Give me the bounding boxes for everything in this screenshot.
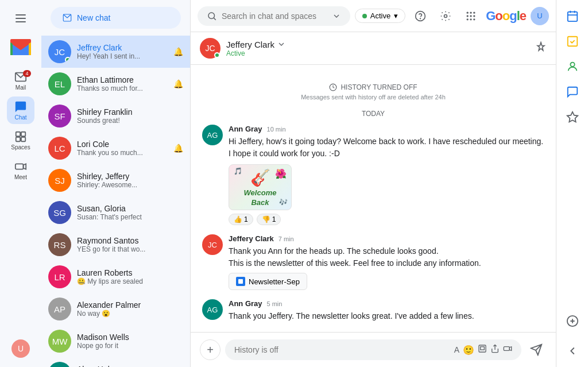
chat-list-item[interactable]: JC Jeffrey Clark Hey! Yeah I sent in... … — [41, 36, 190, 68]
nav-mail[interactable]: 4 Mail — [7, 67, 34, 94]
name-dropdown-icon[interactable] — [277, 40, 286, 49]
chat-name: Lauren Roberts — [77, 268, 183, 277]
chat-avatar: LR — [48, 265, 71, 288]
attachment-name: Newsletter-Sep — [249, 277, 300, 286]
chat-list-item[interactable]: MW Madison Wells Nope go for it — [41, 325, 190, 357]
svg-point-24 — [473, 18, 475, 20]
svg-rect-28 — [481, 347, 485, 350]
chat-header-status-dot — [214, 52, 220, 58]
online-dot — [362, 14, 367, 18]
mail-badge: 4 — [23, 70, 31, 77]
attach-icon[interactable] — [478, 344, 487, 356]
gmail-nav: 4 Mail Chat Spaces Meet U — [0, 0, 41, 367]
search-icon — [207, 11, 217, 21]
active-status-pill[interactable]: Active ▾ — [355, 9, 405, 23]
new-chat-button[interactable]: New chat — [51, 7, 181, 29]
chat-header: JC Jeffery Clark Active — [191, 32, 556, 65]
chat-list-item[interactable]: RS Raymond Santos YES go for it that wo.… — [41, 229, 190, 261]
chat-list-item[interactable]: AH Alan, Helen Helen: Sure! — [41, 357, 190, 367]
chat-name: Ethan Lattimore — [77, 75, 168, 84]
svg-rect-27 — [479, 345, 486, 352]
right-chat-icon[interactable] — [561, 80, 584, 103]
svg-point-17 — [470, 11, 471, 13]
chat-list-item[interactable]: LR Lauren Roberts 🤐 My lips are sealed — [41, 261, 190, 293]
chat-info: Jeffrey Clark Hey! Yeah I sent in... — [77, 43, 168, 60]
nav-chat[interactable]: Chat — [7, 96, 34, 124]
nav-meet[interactable]: Meet — [7, 156, 34, 184]
nav-meet-label: Meet — [14, 174, 27, 180]
history-label: HISTORY TURNED OFF — [341, 83, 417, 91]
right-add-icon[interactable] — [561, 310, 584, 333]
video-icon[interactable] — [503, 344, 512, 356]
chat-name: Shirley, Jeffery — [77, 172, 183, 181]
main-chat: Active ▾ Google U — [191, 0, 556, 367]
pin-icon[interactable] — [535, 41, 547, 55]
chat-name: Susan, Gloria — [77, 204, 183, 213]
msg-avatar-ann-gray: AG — [202, 125, 223, 145]
help-button[interactable] — [410, 6, 431, 26]
chat-list-item[interactable]: SG Susan, Gloria Susan: That's perfect — [41, 196, 190, 229]
user-avatar-nav[interactable]: U — [11, 339, 30, 358]
right-collapse-icon[interactable] — [561, 339, 584, 362]
svg-rect-29 — [504, 347, 509, 351]
chat-preview: Nope go for it — [77, 342, 183, 350]
top-bar: Active ▾ Google U — [191, 0, 556, 32]
msg-sender: Ann Gray — [229, 125, 262, 133]
emoji-icon[interactable]: 🙂 — [463, 345, 474, 356]
chat-avatar: JC — [48, 40, 71, 63]
right-calendar-icon[interactable] — [561, 5, 584, 28]
date-divider: TODAY — [202, 110, 544, 118]
right-tasks-icon[interactable] — [561, 30, 584, 53]
chat-header-name[interactable]: Jeffery Clark — [226, 40, 529, 49]
chat-avatar: SJ — [48, 169, 71, 192]
chat-list-item[interactable]: EL Ethan Lattimore Thanks so much for...… — [41, 68, 190, 100]
attachment-newsletter[interactable]: Newsletter-Sep — [229, 273, 307, 290]
nav-mail-label: Mail — [16, 84, 26, 91]
share-icon[interactable] — [490, 344, 500, 356]
right-star-icon[interactable] — [561, 106, 584, 129]
msg-sender: Ann Gray — [229, 299, 262, 308]
search-input[interactable] — [222, 11, 327, 21]
format-text-icon[interactable]: A — [454, 345, 459, 354]
search-bar[interactable] — [198, 6, 350, 26]
chat-avatar: EL — [48, 72, 71, 95]
reactions: 👍 1 👎 1 — [229, 214, 544, 225]
input-field[interactable]: A 🙂 — [225, 339, 521, 360]
chat-list-item[interactable]: SJ Shirley, Jeffery Shirley: Awesome... — [41, 164, 190, 196]
nav-spaces[interactable]: Spaces — [7, 126, 34, 154]
chat-list-item[interactable]: AP Alexander Palmer No way 😮 — [41, 293, 190, 325]
msg-body: Jeffery Clark 7 min Thank you Ann for th… — [229, 234, 544, 290]
chat-list-item[interactable]: SF Shirley Franklin Sounds great! — [41, 100, 190, 132]
msg-time: 10 min — [267, 126, 286, 133]
search-dropdown-icon[interactable] — [332, 11, 341, 21]
add-button[interactable]: + — [200, 339, 220, 360]
reaction-thumbsdown[interactable]: 👎 1 — [257, 214, 281, 225]
settings-button[interactable] — [435, 6, 456, 26]
history-icon — [329, 83, 337, 91]
apps-button[interactable] — [461, 6, 481, 26]
reaction-thumbsup[interactable]: 👍 1 — [229, 214, 253, 225]
chat-list-item[interactable]: LC Lori Cole Thank you so much... 🔔 — [41, 132, 190, 164]
svg-rect-30 — [567, 12, 577, 21]
chat-list-panel: New chat JC Jeffrey Clark Hey! Yeah I se… — [41, 0, 191, 367]
send-button[interactable] — [526, 339, 547, 360]
right-contacts-icon[interactable] — [561, 55, 584, 78]
chat-name: Alexander Palmer — [77, 300, 183, 310]
right-sidebar — [556, 0, 588, 367]
hamburger-menu[interactable] — [7, 5, 34, 32]
chat-avatar: LC — [48, 137, 71, 160]
svg-point-18 — [473, 11, 475, 13]
chat-avatar: SF — [48, 105, 71, 128]
chat-preview: No way 😮 — [77, 310, 183, 318]
svg-point-32 — [570, 63, 574, 67]
msg-text: Hi Jeffery, how's it going today? Welcom… — [229, 136, 544, 160]
google-logo: Google — [486, 9, 526, 24]
notification-bell: 🔔 — [173, 144, 183, 153]
msg-body: Ann Gray 10 min Hi Jeffery, how's it goi… — [229, 125, 544, 225]
message-input[interactable] — [234, 345, 454, 354]
svg-point-12 — [208, 13, 215, 19]
profile-avatar[interactable]: U — [531, 7, 549, 25]
chat-info: Shirley, Jeffery Shirley: Awesome... — [77, 172, 183, 189]
chat-info: Raymond Santos YES go for it that wo... — [77, 236, 183, 253]
attachment-icon — [236, 277, 245, 286]
